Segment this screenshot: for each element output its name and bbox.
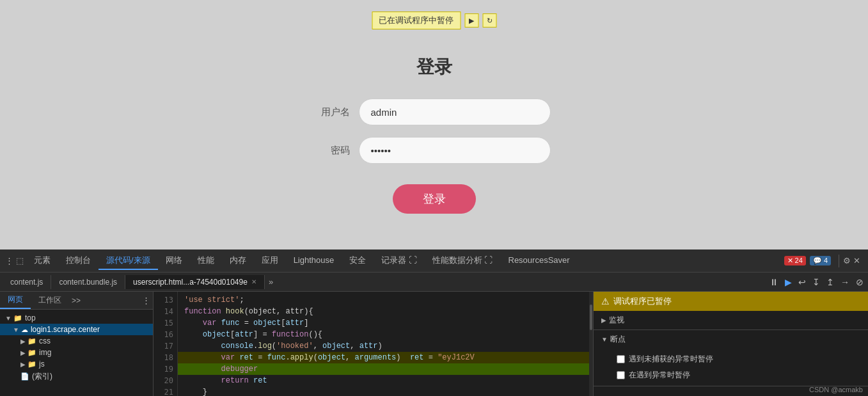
devtools-settings-icon[interactable]: ⋮ [5,256,13,265]
step-out-icon[interactable]: ↥ [825,277,836,287]
tab-sources[interactable]: 源代码/来源 [99,252,158,270]
code-content: 13 14 15 16 17 18 19 20 21 'use strict';… [154,292,593,396]
debug-banner-text: 已在调试程序中暂停 [372,12,461,29]
file-icon-index: 📄 [20,372,29,381]
debugger-paused-text: 调试程序已暂停 [613,296,672,307]
login-button[interactable]: 登录 [393,184,476,214]
file-tab-content-js[interactable]: content.js [3,275,51,289]
line-num-14: 14 [154,306,177,317]
line-num-16: 16 [154,329,177,340]
line-num-17: 17 [154,340,177,352]
tab-console[interactable]: 控制台 [58,252,99,270]
page-area: 已在调试程序中暂停 ▶ ↻ 登录 用户名 密码 登录 [0,0,868,249]
tree-item-js[interactable]: ▶ 📁 js [0,358,153,370]
folder-icon-img: 📁 [28,349,36,357]
devtools-inspect-icon[interactable]: ⬚ [16,256,24,265]
breakpoints-header[interactable]: ▼ 断点 [594,330,868,349]
tree-item-login1[interactable]: ▼ ☁ login1.scrape.center [0,324,153,335]
tab-application[interactable]: 应用 [254,252,286,270]
sidebar-tabs: 网页 工作区 >> ⋮ [0,292,153,310]
breakpoints-section: ▼ 断点 遇到未捕获的异常时暂停 在遇到异常时暂停 [594,330,868,386]
file-tab-content-bundle[interactable]: content.bundle.js [51,275,125,289]
toolbar-separator [839,255,839,267]
code-line-13: 'use strict'; [178,294,589,306]
devtools-more-icon[interactable]: ⚙ [843,256,851,265]
code-line-16: object[attr] = function(){ [178,329,589,340]
tab-memory[interactable]: 内存 [222,252,254,270]
tab-performance[interactable]: 性能 [190,252,222,270]
tree-item-top[interactable]: ▼ 📁 top [0,312,153,324]
breakpoints-label: 断点 [610,334,626,345]
file-tab-userscript[interactable]: userscript.html...a-74540d01049e ✕ [125,275,265,289]
error-badge: ✕ 24 [784,256,806,265]
tab-network[interactable]: 网络 [158,252,190,270]
watch-header[interactable]: ▶ 监视 [594,311,868,329]
file-tabs-bar: content.js content.bundle.js userscript.… [0,273,868,292]
step-over-icon[interactable]: ↩ [796,277,808,287]
file-tree-sidebar: 网页 工作区 >> ⋮ ▼ 📁 top ▼ ☁ login1.scrape.ce… [0,292,154,396]
tree-label-img: img [39,348,51,357]
uncaught-exception-label: 遇到未捕获的异常时暂停 [629,354,713,365]
folder-icon-js: 📁 [28,360,36,368]
uncaught-exception-checkbox[interactable] [617,355,625,363]
tree-arrow-top: ▼ [5,315,12,322]
csdn-watermark: CSDN @acmakb [809,386,863,393]
step-over-button[interactable]: ↻ [482,13,496,28]
line-num-15: 15 [154,317,177,329]
folder-icon-login1: ☁ [21,326,28,334]
caught-exception-checkbox[interactable] [617,371,625,379]
checkbox-row-2: 在遇到异常时暂停 [609,367,853,383]
tree-arrow-js: ▶ [20,361,26,368]
username-label: 用户名 [318,106,350,118]
step-icon[interactable]: → [839,277,851,287]
line-num-20: 20 [154,375,177,386]
line-num-18: 18 [154,352,177,363]
tree-item-index[interactable]: 📄 (索引) [0,370,153,383]
step-into-icon[interactable]: ↧ [810,277,822,287]
play-icon[interactable]: ▶ [783,277,794,287]
code-editor: 13 14 15 16 17 18 19 20 21 'use strict';… [154,292,593,396]
scroll-thumb [590,305,592,330]
tab-resourcessaver[interactable]: ResourcesSaver [501,253,578,269]
breakpoints-content: 遇到未捕获的异常时暂停 在遇到异常时暂停 [594,349,868,386]
tree-item-img[interactable]: ▶ 📁 img [0,347,153,358]
code-line-21: } [178,386,589,396]
pause-icon[interactable]: ⏸ [768,277,780,287]
tree-label-js: js [39,360,45,368]
code-line-20: return ret [178,375,589,386]
tree-arrow-login1: ▼ [13,326,19,333]
sidebar-content: ▼ 📁 top ▼ ☁ login1.scrape.center ▶ 📁 [0,310,153,396]
tree-item-css[interactable]: ▶ 📁 css [0,335,153,347]
warning-icon: ⚠ [601,296,610,306]
deactivate-breakpoints-icon[interactable]: ⊘ [854,277,865,287]
devtools-close-icon[interactable]: ✕ [853,256,860,265]
folder-icon-css: 📁 [28,337,36,345]
tab-recorder[interactable]: 记录器 ⛶ [374,252,425,270]
password-input[interactable] [359,137,551,164]
checkbox-row-1: 遇到未捕获的异常时暂停 [609,351,853,367]
tree-label-css: css [39,337,51,345]
line-num-21: 21 [154,386,177,396]
code-lines: 'use strict'; function hook(object, attr… [178,292,589,396]
sidebar-tab-webpage[interactable]: 网页 [0,292,31,309]
code-line-17: console.log('hooked', object, attr) [178,340,589,352]
tab-perf-data[interactable]: 性能数据分析 ⛶ [425,252,501,270]
debugger-paused-header: ⚠ 调试程序已暂停 [594,292,868,311]
sidebar-tab-workspace[interactable]: 工作区 [31,292,69,308]
sidebar-more-icon[interactable]: >> [69,296,83,305]
watch-arrow-icon: ▶ [601,317,606,324]
line-num-19: 19 [154,363,177,375]
code-line-19: debugger [178,363,589,375]
more-file-tabs-icon[interactable]: » [265,277,277,287]
tab-elements[interactable]: 元素 [26,252,58,270]
sidebar-options-icon[interactable]: ⋮ [139,296,153,305]
resume-button[interactable]: ▶ [464,13,478,28]
line-num-13: 13 [154,294,177,306]
tab-security[interactable]: 安全 [342,252,374,270]
close-file-tab-icon[interactable]: ✕ [251,278,256,285]
tab-lighthouse[interactable]: Lighthouse [286,253,342,269]
watch-label: 监视 [609,315,624,326]
debug-banner: 已在调试程序中暂停 ▶ ↻ [372,12,496,29]
message-badge: 💬 4 [810,256,831,265]
username-input[interactable] [359,99,551,125]
